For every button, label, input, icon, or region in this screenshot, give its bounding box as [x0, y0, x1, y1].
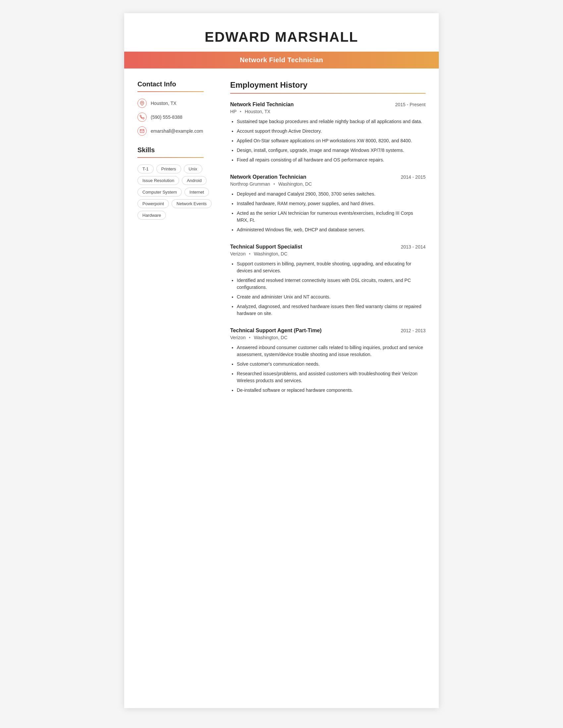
bullet-item: Researched issues/problems, and assisted…: [237, 370, 426, 384]
job-entry: Technical Support Agent (Part-Time) 2012…: [230, 328, 426, 394]
bullet-item: Account support through Active Directory…: [237, 128, 426, 135]
skill-tag: Issue Resolution: [137, 176, 179, 185]
contact-value: (590) 555-8388: [151, 114, 182, 120]
separator: •: [249, 251, 251, 256]
company-location: Washington, DC: [254, 335, 287, 340]
skill-tag: Android: [182, 176, 207, 185]
contact-item-location: Houston, TX: [137, 99, 217, 108]
skills-section-title: Skills: [137, 146, 217, 154]
job-header: Network Operation Technician 2014 - 2015: [230, 174, 426, 180]
employment-section-title: Employment History: [230, 80, 426, 90]
candidate-title: Network Field Technician: [240, 56, 323, 64]
bullet-item: Answered inbound consumer customer calls…: [237, 344, 426, 358]
job-title: Network Field Technician: [230, 102, 294, 108]
company-name: Verizon: [230, 335, 246, 340]
company-name: Northrop Grumman: [230, 181, 270, 187]
bullet-item: Applied On-Star software applications on…: [237, 137, 426, 144]
company-name: HP: [230, 109, 236, 114]
job-dates: 2013 - 2014: [401, 244, 426, 250]
bullet-item: Fixed all repairs consisting of all hard…: [237, 157, 426, 163]
sidebar: Contact Info Houston, TX (590) 555-8388 …: [137, 80, 217, 404]
email-icon: [137, 126, 147, 136]
job-header: Network Field Technician 2015 - Present: [230, 102, 426, 108]
employment-divider: [230, 93, 426, 94]
separator: •: [273, 181, 275, 187]
contact-value: Houston, TX: [151, 101, 176, 106]
resume-container: EDWARD MARSHALL Network Field Technician…: [124, 13, 439, 708]
bullet-item: Acted as the senior LAN technician for n…: [237, 210, 426, 224]
bullet-item: Identified and resolved Internet connect…: [237, 277, 426, 291]
skill-tag: Powerpoint: [137, 199, 169, 208]
job-bullets: Deployed and managed Catalyst 2900, 3500…: [230, 191, 426, 233]
job-dates: 2015 - Present: [395, 102, 426, 107]
company-location: Houston, TX: [245, 109, 270, 114]
bullet-item: Create and administer Unix and NT accoun…: [237, 294, 426, 300]
title-bar: Network Field Technician: [124, 52, 439, 68]
bullet-item: Analyzed, diagnosed, and resolved hardwa…: [237, 303, 426, 317]
separator: •: [240, 109, 241, 114]
bullet-item: Deployed and managed Catalyst 2900, 3500…: [237, 191, 426, 198]
phone-icon: [137, 113, 147, 122]
job-bullets: Answered inbound consumer customer calls…: [230, 344, 426, 394]
bullet-item: Administered Windows file, web, DHCP and…: [237, 226, 426, 233]
contact-item-email: emarshall@example.com: [137, 126, 217, 136]
body: Contact Info Houston, TX (590) 555-8388 …: [124, 80, 439, 404]
skill-tag: Network Events: [171, 199, 211, 208]
job-bullets: Support customers in billing, payment, t…: [230, 260, 426, 317]
job-dates: 2014 - 2015: [401, 174, 426, 180]
skill-tag: Printers: [156, 164, 181, 173]
contact-value: emarshall@example.com: [151, 128, 203, 134]
main-content: Employment History Network Field Technic…: [230, 80, 426, 404]
svg-point-0: [141, 102, 143, 104]
bullet-item: Sustained tape backup procedures and rel…: [237, 118, 426, 125]
job-entry: Network Field Technician 2015 - Present …: [230, 102, 426, 163]
skills-tags: T-1PrintersUnixIssue ResolutionAndroidCo…: [137, 164, 217, 220]
job-company: HP • Houston, TX: [230, 109, 426, 114]
contact-item-phone: (590) 555-8388: [137, 113, 217, 122]
job-title: Technical Support Specialist: [230, 244, 303, 250]
job-dates: 2012 - 2013: [401, 328, 426, 333]
bullet-item: Support customers in billing, payment, t…: [237, 260, 426, 274]
skill-tag: T-1: [137, 164, 154, 173]
company-location: Washington, DC: [278, 181, 312, 187]
contact-divider: [137, 91, 204, 92]
job-company: Verizon • Washington, DC: [230, 251, 426, 256]
contact-section-title: Contact Info: [137, 80, 217, 88]
job-header: Technical Support Agent (Part-Time) 2012…: [230, 328, 426, 334]
job-company: Verizon • Washington, DC: [230, 335, 426, 340]
jobs-list: Network Field Technician 2015 - Present …: [230, 102, 426, 394]
job-company: Northrop Grumman • Washington, DC: [230, 181, 426, 187]
job-title: Network Operation Technician: [230, 174, 306, 180]
job-entry: Network Operation Technician 2014 - 2015…: [230, 174, 426, 233]
job-header: Technical Support Specialist 2013 - 2014: [230, 244, 426, 250]
bullet-item: De-installed software or replaced hardwa…: [237, 387, 426, 394]
candidate-name: EDWARD MARSHALL: [144, 29, 419, 45]
separator: •: [249, 335, 251, 340]
skills-section: Skills T-1PrintersUnixIssue ResolutionAn…: [137, 146, 217, 220]
skill-tag: Unix: [184, 164, 202, 173]
job-bullets: Sustained tape backup procedures and rel…: [230, 118, 426, 163]
bullet-item: Installed hardware, RAM memory, power su…: [237, 200, 426, 207]
skill-tag: Hardware: [137, 211, 166, 220]
job-entry: Technical Support Specialist 2013 - 2014…: [230, 244, 426, 317]
skill-tag: Computer System: [137, 188, 182, 197]
company-name: Verizon: [230, 251, 246, 256]
job-title: Technical Support Agent (Part-Time): [230, 328, 322, 334]
skill-tag: Internet: [184, 188, 209, 197]
location-icon: [137, 99, 147, 108]
header: EDWARD MARSHALL: [124, 13, 439, 52]
bullet-item: Solve customer's communication needs.: [237, 361, 426, 368]
company-location: Washington, DC: [254, 251, 287, 256]
bullet-item: Design, install, configure, upgrade, ima…: [237, 147, 426, 154]
skills-divider: [137, 157, 204, 158]
contact-list: Houston, TX (590) 555-8388 emarshall@exa…: [137, 99, 217, 136]
